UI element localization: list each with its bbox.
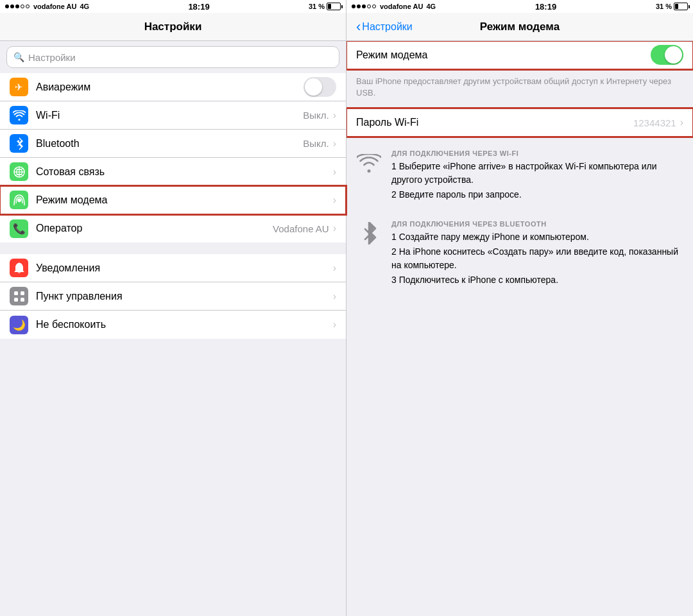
wifi-conn-title: ДЛЯ ПОДКЛЮЧЕНИЯ ЧЕРЕЗ WI-FI: [391, 150, 683, 157]
settings-item-airplane[interactable]: ✈ Авиарежим: [0, 73, 346, 101]
battery-fill: [328, 4, 331, 9]
search-bar[interactable]: 🔍 Настройки: [6, 46, 339, 68]
right-time: 18:19: [535, 2, 556, 12]
operator-value: Vodafone AU: [273, 223, 329, 234]
bluetooth-value: Выкл.: [303, 138, 329, 149]
left-battery-icon: [327, 3, 341, 10]
control-label: Пункт управления: [36, 291, 333, 302]
search-container: 🔍 Настройки: [0, 41, 346, 73]
wifi-chevron: ›: [333, 110, 336, 121]
settings-item-operator[interactable]: 📞 Оператор Vodafone AU ›: [0, 214, 346, 243]
right-battery-body: [674, 3, 688, 10]
bt-connection-header: ДЛЯ ПОДКЛЮЧЕНИЯ ЧЕРЕЗ BLUETOOTH 1 Создай…: [356, 220, 683, 288]
airplane-icon: ✈: [15, 81, 23, 93]
wifi-conn-icon: [356, 151, 382, 176]
dot2: [10, 4, 14, 8]
left-battery-pct: 31 %: [309, 3, 325, 10]
bt-step1: 1 Создайте пару между iPhone и компьютер…: [391, 230, 683, 244]
modem-toggle-section: Режим модема: [346, 41, 693, 69]
hotspot-label: Режим модема: [36, 194, 333, 206]
back-button[interactable]: ‹ Настройки: [356, 19, 413, 35]
modem-info-content: Ваш iPhone предоставляет другим устройст…: [356, 76, 671, 98]
settings-item-bluetooth[interactable]: Bluetooth Выкл. ›: [0, 130, 346, 158]
bt-connection-section: ДЛЯ ПОДКЛЮЧЕНИЯ ЧЕРЕЗ BLUETOOTH 1 Создай…: [346, 217, 693, 302]
left-signal: vodafone AU 4G: [5, 3, 89, 10]
left-time: 18:19: [188, 2, 209, 12]
notifications-label: Уведомления: [36, 262, 333, 274]
operator-label: Оператор: [36, 223, 273, 234]
modem-toggle[interactable]: [651, 45, 683, 65]
wifi-icon-bg: [10, 106, 28, 124]
settings-item-control[interactable]: Пункт управления ›: [0, 282, 346, 311]
operator-icon: 📞: [13, 223, 26, 235]
wifi-step1: 1 Выберите «iPhone arrive» в настройках …: [391, 160, 683, 187]
left-network: 4G: [80, 3, 89, 10]
right-network: 4G: [426, 3, 436, 10]
dot4: [21, 4, 24, 8]
hotspot-icon: [13, 194, 26, 207]
svg-rect-6: [21, 291, 24, 295]
settings-group-1: ✈ Авиарежим Wi-Fi Выкл. ›: [0, 73, 346, 243]
dot3: [15, 4, 19, 8]
right-panel: vodafone AU 4G 18:19 31 % ‹ Настройки Ре…: [346, 0, 693, 616]
airplane-toggle-knob: [305, 78, 322, 96]
cellular-icon-bg: [10, 162, 28, 181]
rdot5: [372, 4, 376, 8]
settings-item-dnd[interactable]: 🌙 Не беспокоить ›: [0, 311, 346, 339]
wifi-step2: 2 Введите пароль при запросе.: [391, 188, 683, 201]
modem-toggle-label: Режим модема: [356, 49, 651, 61]
operator-icon-bg: 📞: [10, 219, 28, 238]
cellular-label: Сотовая связь: [36, 166, 333, 178]
wifi-connection-section: ДЛЯ ПОДКЛЮЧЕНИЯ ЧЕРЕЗ WI-FI 1 Выберите «…: [346, 137, 693, 217]
right-signal-dots: [352, 4, 376, 8]
dnd-chevron: ›: [333, 319, 336, 330]
bt-large-icon: [361, 222, 377, 246]
cellular-chevron: ›: [333, 166, 336, 178]
modem-toggle-knob: [665, 46, 682, 64]
hotspot-chevron: ›: [333, 194, 336, 206]
notifications-chevron: ›: [333, 262, 336, 274]
battery-body: [327, 3, 341, 10]
dot5: [26, 4, 30, 8]
password-chevron: ›: [680, 117, 683, 128]
control-chevron: ›: [333, 291, 336, 302]
right-navbar: ‹ Настройки Режим модема: [346, 13, 693, 41]
svg-point-4: [17, 198, 21, 202]
airplane-toggle[interactable]: [304, 77, 336, 97]
left-panel: vodafone AU 4G 18:19 31 % Настройки 🔍 На…: [0, 0, 346, 616]
bt-step2: 2 На iPhone коснитесь «Создать пару» или…: [391, 245, 683, 272]
settings-item-hotspot[interactable]: Режим модема ›: [0, 186, 346, 214]
rdot4: [367, 4, 371, 8]
dnd-label: Не беспокоить: [36, 319, 333, 330]
svg-rect-8: [21, 298, 24, 302]
dnd-icon-bg: 🌙: [10, 316, 28, 334]
right-battery-icon: [674, 3, 688, 10]
right-signal: vodafone AU 4G: [352, 3, 436, 10]
rdot3: [362, 4, 366, 8]
wifi-label: Wi-Fi: [36, 110, 303, 121]
section-gap-1: [0, 243, 346, 254]
wifi-value: Выкл.: [303, 110, 329, 121]
dnd-icon: 🌙: [13, 319, 26, 331]
airplane-icon-bg: ✈: [10, 78, 28, 96]
bt-conn-icon: [356, 221, 382, 247]
right-battery-pct: 31 %: [656, 3, 672, 10]
bt-conn-info: ДЛЯ ПОДКЛЮЧЕНИЯ ЧЕРЕЗ BLUETOOTH 1 Создай…: [391, 220, 683, 288]
notifications-icon-bg: [10, 259, 28, 277]
settings-item-wifi[interactable]: Wi-Fi Выкл. ›: [0, 101, 346, 130]
back-label: Настройки: [362, 21, 412, 33]
left-status-bar: vodafone AU 4G 18:19 31 %: [0, 0, 346, 13]
notifications-icon: [14, 262, 24, 275]
settings-group-2: Уведомления › Пункт управления › 🌙 Не бе…: [0, 254, 346, 339]
password-section: Пароль Wi-Fi 12344321 ›: [346, 108, 693, 137]
password-row[interactable]: Пароль Wi-Fi 12344321 ›: [346, 108, 693, 137]
left-carrier: vodafone AU: [33, 3, 76, 10]
back-chevron-icon: ‹: [356, 19, 361, 35]
right-status-bar: vodafone AU 4G 18:19 31 %: [346, 0, 693, 13]
bt-conn-title: ДЛЯ ПОДКЛЮЧЕНИЯ ЧЕРЕЗ BLUETOOTH: [391, 220, 683, 228]
settings-item-cellular[interactable]: Сотовая связь ›: [0, 158, 346, 186]
modem-toggle-row[interactable]: Режим модема: [346, 41, 693, 69]
settings-item-notifications[interactable]: Уведомления ›: [0, 254, 346, 282]
svg-rect-5: [14, 291, 18, 295]
right-battery-area: 31 %: [656, 3, 688, 10]
